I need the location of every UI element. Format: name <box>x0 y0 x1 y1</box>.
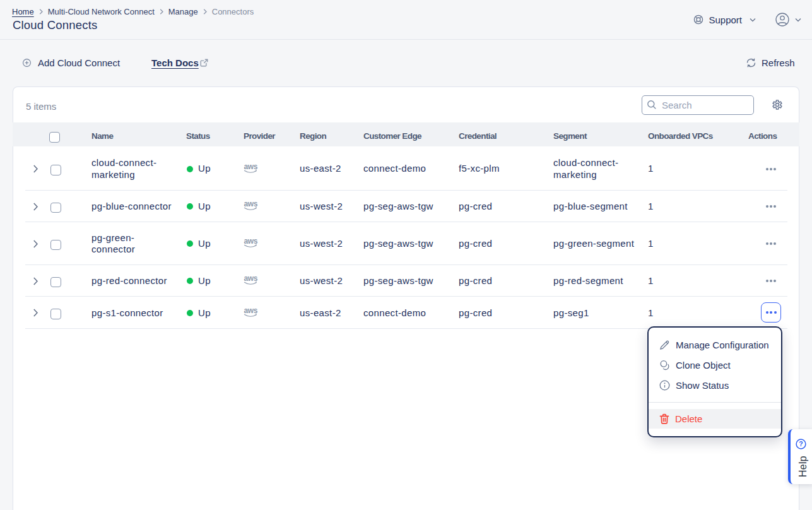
svg-text:aws: aws <box>244 309 258 315</box>
svg-text:?: ? <box>799 440 803 448</box>
svg-text:aws: aws <box>244 276 258 283</box>
svg-text:aws: aws <box>244 202 258 208</box>
svg-text:aws: aws <box>244 239 258 246</box>
svg-text:aws: aws <box>244 165 258 171</box>
